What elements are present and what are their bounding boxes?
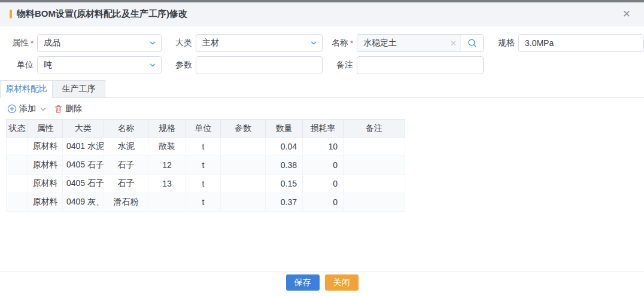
table-cell[interactable]: 0.04 — [266, 138, 303, 156]
table-cell[interactable] — [221, 156, 266, 175]
bom-form: 属性* 成品 大类 主材 名称* 水稳定土 — [0, 26, 644, 74]
required-mark: * — [350, 39, 353, 48]
close-icon[interactable]: ✕ — [619, 8, 634, 20]
table-cell[interactable]: 石子 — [104, 175, 148, 193]
dialog-footer: 保存 关闭 — [0, 271, 644, 293]
trash-icon — [54, 105, 63, 114]
name-search-input[interactable]: 水稳定土 ✕ — [357, 34, 484, 52]
table-cell[interactable]: 滑石粉 — [104, 193, 148, 212]
property-select-value: 成品 — [44, 38, 149, 48]
table-cell[interactable] — [344, 138, 405, 156]
field-label-category: 大类 — [169, 38, 192, 48]
table-cell[interactable]: 0 — [303, 193, 344, 212]
table-cell[interactable]: 0409 灰、渣 — [63, 193, 104, 212]
table-cell[interactable]: 石子 — [104, 156, 148, 175]
table-cell[interactable] — [148, 193, 186, 212]
dialog-body: 属性* 成品 大类 主材 名称* 水稳定土 — [0, 26, 644, 271]
label-text: 参数 — [175, 60, 192, 71]
table-cell[interactable] — [7, 156, 28, 175]
table-cell[interactable]: 原材料 — [28, 156, 63, 175]
table-row[interactable]: 原材料0401 水泥水泥散装t0.0410 — [7, 138, 405, 156]
table-row[interactable]: 原材料0409 灰、渣滑石粉t0.370 — [7, 193, 405, 212]
chevron-down-icon — [310, 39, 317, 47]
table-cell[interactable]: 0401 水泥 — [63, 138, 104, 156]
table-cell[interactable] — [7, 138, 28, 156]
table-cell[interactable]: 0405 石子 — [63, 156, 104, 175]
table-cell[interactable] — [7, 175, 28, 193]
table-cell[interactable] — [344, 175, 405, 193]
table-cell[interactable]: 0 — [303, 156, 344, 175]
close-button[interactable]: 关闭 — [325, 274, 359, 291]
table-cell[interactable]: t — [186, 138, 221, 156]
table-cell[interactable]: 12 — [148, 156, 186, 175]
table-cell[interactable]: 0.15 — [266, 175, 303, 193]
chevron-down-icon — [149, 39, 156, 47]
table-cell[interactable]: 10 — [303, 138, 344, 156]
delete-button[interactable]: 删除 — [54, 103, 82, 114]
property-select[interactable]: 成品 — [37, 34, 162, 52]
tab-filler — [105, 80, 644, 98]
add-dropdown-chevron-icon[interactable] — [40, 106, 47, 113]
table-cell[interactable] — [221, 175, 266, 193]
table-cell[interactable]: 0405 石子 — [63, 175, 104, 193]
remark-input[interactable] — [357, 56, 484, 74]
add-button[interactable]: 添加 — [7, 103, 36, 114]
table-cell[interactable]: t — [186, 193, 221, 212]
table-cell[interactable]: 13 — [148, 175, 186, 193]
unit-select-value: 吨 — [44, 60, 149, 71]
label-text: 单位 — [17, 60, 34, 71]
table-cell[interactable]: 散装 — [148, 138, 186, 156]
category-select-value: 主材 — [202, 38, 310, 48]
plus-circle-icon — [7, 104, 17, 114]
column-header: 名称 — [104, 120, 148, 138]
bom-table: 状态属性大类名称规格单位参数数量损耗率备注 原材料0401 水泥水泥散装t0.0… — [6, 119, 405, 212]
table-cell[interactable]: 原材料 — [28, 175, 63, 193]
parameter-input[interactable] — [196, 56, 323, 74]
spec-input-value: 3.0MPa — [525, 38, 639, 48]
table-cell[interactable] — [221, 138, 266, 156]
grid-toolbar: 添加 删除 — [0, 98, 644, 119]
table-cell[interactable]: 原材料 — [28, 193, 63, 212]
title-accent-bar — [10, 10, 12, 19]
table-cell[interactable]: 原材料 — [28, 138, 63, 156]
column-header: 状态 — [7, 120, 28, 138]
table-cell[interactable]: t — [186, 156, 221, 175]
dialog-header: 物料BOM设置(原材料配比及生产工序)修改 ✕ — [0, 2, 644, 26]
tab-raw-material-ratio[interactable]: 原材料配比 — [0, 80, 53, 98]
clear-icon[interactable]: ✕ — [450, 39, 457, 48]
field-label-name: 名称* — [330, 38, 353, 48]
tab-production-process[interactable]: 生产工序 — [53, 80, 105, 98]
column-header: 备注 — [344, 120, 405, 138]
tab-bar: 原材料配比 生产工序 — [0, 80, 644, 98]
form-row-1: 属性* 成品 大类 主材 名称* 水稳定土 — [11, 34, 644, 52]
save-button[interactable]: 保存 — [286, 274, 320, 291]
table-cell[interactable]: 0.38 — [266, 156, 303, 175]
table-cell[interactable]: 水泥 — [104, 138, 148, 156]
name-input-value: 水稳定土 — [363, 38, 446, 48]
category-select[interactable]: 主材 — [196, 34, 323, 52]
column-header: 参数 — [221, 120, 266, 138]
table-cell[interactable]: 0 — [303, 175, 344, 193]
table-row[interactable]: 原材料0405 石子石子13t0.150 — [7, 175, 405, 193]
unit-select[interactable]: 吨 — [37, 56, 162, 74]
column-header: 数量 — [266, 120, 303, 138]
table-cell[interactable] — [344, 156, 405, 175]
label-text: 大类 — [175, 38, 192, 48]
label-text: 属性 — [12, 38, 29, 48]
field-label-parameter: 参数 — [169, 60, 192, 71]
table-cell[interactable]: 0.37 — [266, 193, 303, 212]
form-row-2: 单位 吨 参数 备注 — [11, 56, 644, 74]
table-header-row: 状态属性大类名称规格单位参数数量损耗率备注 — [7, 120, 405, 138]
chevron-down-icon — [149, 62, 156, 69]
column-header: 属性 — [28, 120, 63, 138]
spec-input[interactable]: 3.0MPa — [518, 34, 644, 52]
table-cell[interactable] — [7, 193, 28, 212]
table-cell[interactable] — [344, 193, 405, 212]
table-row[interactable]: 原材料0405 石子石子12t0.380 — [7, 156, 405, 175]
field-label-unit: 单位 — [11, 60, 34, 71]
table-cell[interactable] — [221, 193, 266, 212]
search-icon[interactable] — [460, 35, 483, 51]
dialog-title: 物料BOM设置(原材料配比及生产工序)修改 — [17, 8, 187, 20]
table-cell[interactable]: t — [186, 175, 221, 193]
bom-edit-dialog: 物料BOM设置(原材料配比及生产工序)修改 ✕ 属性* 成品 大类 主材 — [0, 0, 644, 296]
